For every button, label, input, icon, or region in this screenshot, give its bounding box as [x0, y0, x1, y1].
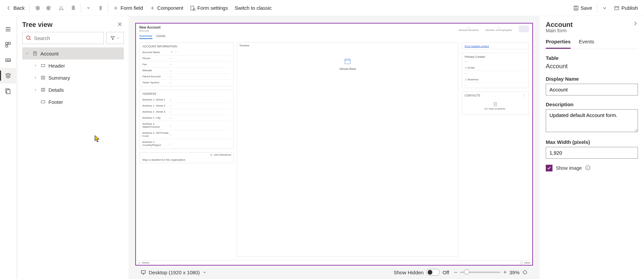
- form-settings-button[interactable]: Form settings: [187, 0, 231, 16]
- delete-button[interactable]: [95, 0, 107, 16]
- switch-classic-button[interactable]: Switch to classic: [231, 0, 275, 16]
- field-row[interactable]: Address 1: State/Province---: [142, 121, 230, 130]
- checkbox-checked[interactable]: [546, 165, 552, 171]
- tree-search-box[interactable]: [22, 32, 104, 44]
- show-hidden-label: Show Hidden: [394, 270, 424, 275]
- section-account-info[interactable]: ACCOUNT INFORMATION Account Name*--- Pho…: [139, 42, 234, 86]
- field-row[interactable]: Ticker Symbol---: [142, 80, 230, 85]
- section-timeline[interactable]: Timeline Almost there: [237, 42, 458, 257]
- svg-rect-25: [345, 59, 350, 64]
- device-dropdown[interactable]: Desktop (1920 x 1080): [141, 270, 207, 275]
- properties-collapse-button[interactable]: [633, 21, 638, 27]
- paste-button[interactable]: [67, 0, 79, 16]
- close-icon: [117, 22, 122, 27]
- rail-components[interactable]: [0, 37, 16, 52]
- undo-button[interactable]: [31, 0, 43, 16]
- maxwidth-input[interactable]: [546, 147, 638, 159]
- chevron-down-icon: [203, 270, 207, 274]
- chevron-right-icon: [34, 88, 37, 91]
- form-settings-icon: [190, 5, 195, 11]
- svg-rect-11: [8, 42, 10, 44]
- svg-rect-4: [191, 6, 194, 10]
- rail-fields[interactable]: Abc: [0, 52, 16, 68]
- svg-rect-31: [141, 271, 145, 273]
- field-row[interactable]: Website---: [142, 68, 230, 74]
- toggle-switch[interactable]: [426, 269, 440, 276]
- tree-close-button[interactable]: [117, 22, 122, 28]
- svg-point-0: [59, 9, 61, 10]
- tree-item-account[interactable]: Account: [22, 47, 124, 59]
- canvas-footer: Active Save: [136, 260, 532, 265]
- section-contacts[interactable]: CONTACTS⋮ No data available.: [462, 91, 529, 115]
- section-map[interactable]: Get Directions Map is disabled for this …: [139, 152, 234, 163]
- chevron-more-button[interactable]: [82, 0, 95, 16]
- field-row[interactable]: Address 1: Street 1---: [142, 97, 230, 103]
- field-row[interactable]: Fax---: [142, 62, 230, 68]
- filter-button[interactable]: [106, 32, 124, 44]
- form-canvas[interactable]: New Account Account ---Annual Revenue --…: [135, 23, 533, 266]
- field-row[interactable]: Address 1: ZIP/Postal Code---: [142, 130, 230, 139]
- section-error[interactable]: Error loading control: [462, 42, 529, 49]
- description-textarea[interactable]: [546, 109, 638, 132]
- back-button[interactable]: Back: [3, 0, 28, 16]
- form-field-label: Form field: [120, 5, 143, 11]
- rail-tree-view[interactable]: [0, 68, 16, 83]
- component-button[interactable]: Component: [146, 0, 187, 16]
- svg-rect-19: [41, 65, 45, 67]
- save-dropdown-button[interactable]: [599, 0, 611, 16]
- show-image-label: Show image: [556, 165, 582, 171]
- field-row[interactable]: Email: [465, 65, 526, 71]
- tree-item-label: Header: [48, 63, 65, 69]
- field-row[interactable]: Phone---: [142, 55, 230, 62]
- save-button[interactable]: Save: [570, 0, 596, 16]
- publish-button[interactable]: Publish: [611, 0, 641, 16]
- tree-item-details[interactable]: Details: [22, 84, 124, 96]
- form-field-button[interactable]: Form field: [110, 0, 146, 16]
- tree-item-footer[interactable]: Footer: [22, 96, 124, 108]
- field-row[interactable]: Business: [465, 77, 526, 83]
- rail-form-libs[interactable]: [0, 83, 16, 99]
- lock-icon: [138, 262, 141, 264]
- section-address[interactable]: ADDRESS Address 1: Street 1--- Address 1…: [139, 90, 234, 149]
- error-loading-link[interactable]: Error loading control: [465, 45, 489, 48]
- chevron-down-icon: [26, 52, 29, 55]
- canvas-tab-details[interactable]: Details: [156, 34, 166, 39]
- rail-hamburger[interactable]: [0, 22, 16, 37]
- zoom-in-button[interactable]: +: [503, 269, 507, 276]
- redo-button[interactable]: [43, 0, 55, 16]
- zoom-slider[interactable]: [460, 272, 500, 273]
- field-row[interactable]: Address 1: Street 3---: [142, 109, 230, 115]
- svg-rect-3: [73, 6, 74, 7]
- tab-properties[interactable]: Properties: [546, 39, 571, 49]
- field-row[interactable]: Parent Account---: [142, 74, 230, 80]
- fit-icon: [522, 270, 528, 275]
- form-subtitle: Account: [139, 29, 160, 32]
- get-directions-link[interactable]: Get Directions: [140, 153, 233, 157]
- field-row[interactable]: Account Name*---: [142, 49, 230, 55]
- tree-view-panel: Tree view Account He: [17, 16, 129, 279]
- prop-display-name: Display Name: [546, 76, 638, 95]
- zoom-out-button[interactable]: −: [454, 269, 458, 276]
- display-name-input[interactable]: [546, 84, 638, 95]
- cut-button[interactable]: [55, 0, 67, 16]
- lock-icon: [465, 67, 467, 69]
- form-title: New Account: [139, 26, 160, 29]
- topbar: Back Form field Component Form settings …: [0, 0, 644, 16]
- filter-icon: [110, 36, 115, 40]
- field-row[interactable]: Address 1: Street 2---: [142, 103, 230, 109]
- canvas-tab-summary[interactable]: Summary: [139, 34, 152, 39]
- field-row[interactable]: Address 1: City---: [142, 115, 230, 121]
- footer-active: Active: [142, 261, 149, 264]
- svg-point-24: [211, 155, 212, 155]
- tab-events[interactable]: Events: [579, 39, 594, 49]
- switch-classic-label: Switch to classic: [235, 5, 272, 11]
- search-input[interactable]: [34, 35, 100, 41]
- prop-show-image[interactable]: Show image: [546, 165, 638, 171]
- tree-item-summary[interactable]: Summary: [22, 72, 124, 84]
- info-button[interactable]: [585, 165, 591, 171]
- svg-text:Abc: Abc: [6, 59, 11, 62]
- field-row[interactable]: Address 1: Country/Region---: [142, 139, 230, 148]
- section-primary-contact[interactable]: Primary Contact --- Email --- Business -…: [462, 53, 529, 88]
- tree-item-header[interactable]: Header: [22, 59, 124, 72]
- show-hidden-toggle[interactable]: Show Hidden Off: [394, 269, 449, 276]
